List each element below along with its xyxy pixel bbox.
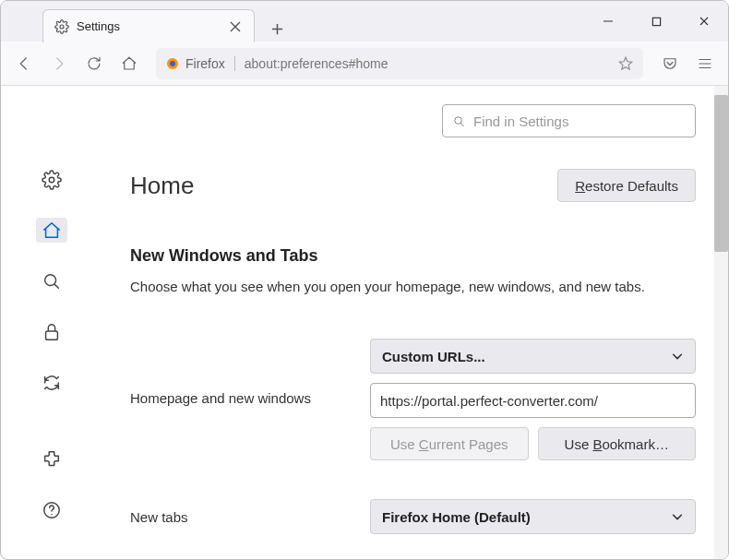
svg-point-4: [49, 177, 54, 183]
use-current-pages-button[interactable]: Use Current Pages: [370, 427, 529, 460]
homepage-url-input[interactable]: https://portal.perfect-converter.com/: [370, 383, 696, 418]
sidebar-search[interactable]: [36, 268, 67, 293]
svg-point-3: [170, 61, 175, 66]
tab-title: Settings: [77, 19, 221, 33]
bookmark-star-icon[interactable]: [617, 55, 634, 72]
title-bar: Settings: [1, 1, 728, 42]
content: Find in Settings Home Restore Defaults N…: [1, 86, 728, 559]
restore-defaults-button[interactable]: Restore Defaults: [557, 169, 696, 202]
new-tab-button[interactable]: [264, 16, 290, 42]
settings-sidebar: [1, 86, 102, 559]
minimize-button[interactable]: [584, 1, 632, 42]
url-identity: Firefox: [165, 56, 235, 71]
url-text: about:preferences#home: [245, 56, 608, 71]
use-bookmark-button[interactable]: Use Bookmark…: [538, 427, 697, 460]
reload-button[interactable]: [78, 48, 110, 79]
svg-rect-6: [46, 331, 58, 340]
close-button[interactable]: [680, 1, 728, 42]
search-icon: [452, 114, 466, 128]
page-title: Home: [130, 172, 194, 200]
tab-strip: Settings: [1, 1, 290, 42]
section-subtitle: Choose what you see when you open your h…: [130, 279, 696, 294]
settings-search[interactable]: Find in Settings: [442, 104, 696, 137]
homepage-url-value: https://portal.perfect-converter.com/: [380, 393, 598, 409]
menu-button[interactable]: [689, 48, 721, 79]
newtabs-select-value: Firefox Home (Default): [382, 509, 531, 525]
sidebar-sync[interactable]: [36, 371, 67, 396]
homepage-label: Homepage and new windows: [130, 339, 352, 406]
url-bar[interactable]: Firefox about:preferences#home: [156, 48, 643, 79]
homepage-select-value: Custom URLs...: [382, 349, 485, 364]
sidebar-extensions[interactable]: [36, 447, 67, 472]
chevron-down-icon: [671, 510, 684, 523]
svg-rect-1: [652, 18, 660, 25]
homepage-select[interactable]: Custom URLs...: [370, 339, 696, 374]
back-button[interactable]: [8, 48, 40, 79]
forward-button[interactable]: [43, 48, 75, 79]
pocket-button[interactable]: [654, 48, 686, 79]
sidebar-privacy[interactable]: [36, 319, 67, 344]
gear-icon: [54, 19, 69, 34]
url-identity-label: Firefox: [185, 56, 225, 71]
maximize-button[interactable]: [632, 1, 680, 42]
newtabs-select[interactable]: Firefox Home (Default): [370, 499, 696, 534]
section-title: New Windows and Tabs: [130, 246, 696, 266]
sidebar-general[interactable]: [36, 167, 67, 192]
close-icon[interactable]: [228, 19, 243, 34]
scrollbar[interactable]: [714, 86, 728, 559]
newtabs-label: New tabs: [130, 509, 352, 525]
home-button[interactable]: [114, 48, 145, 79]
toolbar: Firefox about:preferences#home: [1, 42, 728, 86]
window-controls: [584, 1, 728, 42]
svg-point-0: [60, 25, 64, 29]
chevron-down-icon: [671, 350, 684, 363]
settings-main: Find in Settings Home Restore Defaults N…: [102, 86, 728, 559]
browser-tab[interactable]: Settings: [42, 9, 255, 42]
sidebar-home[interactable]: [36, 218, 67, 243]
sidebar-help[interactable]: [36, 498, 67, 523]
scroll-thumb[interactable]: [714, 95, 728, 252]
search-placeholder: Find in Settings: [473, 113, 568, 129]
